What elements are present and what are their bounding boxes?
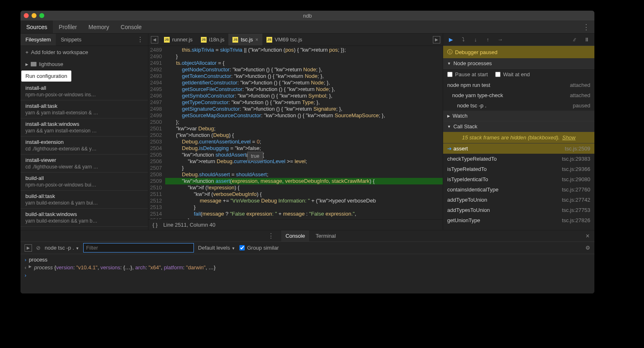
pause-exceptions-icon[interactable]: ⏸ (583, 36, 590, 43)
js-file-icon: JS (266, 37, 272, 43)
navigator-toggle-right-icon[interactable]: ▶ (433, 36, 440, 43)
sidebar-tab-filesystem[interactable]: Filesystem (20, 34, 56, 45)
frame-location: tsc.js:27760 (562, 187, 590, 193)
stack-frame[interactable]: ➔asserttsc.js:2509 (443, 143, 594, 154)
console-sidebar-toggle-icon[interactable]: ▶ (25, 244, 32, 252)
run-name: build-all (25, 175, 143, 181)
process-label: node yarn type-check (452, 92, 503, 98)
file-tab[interactable]: JSVM69 tsc.js (262, 34, 306, 45)
line-number-gutter: 2489249024912492249324942495249624972498… (148, 46, 165, 219)
run-name: install-extension (25, 139, 143, 145)
file-tabs: ◀ JSrunner.jsJSi18n.jsJStsc.js×JSVM69 ts… (148, 34, 443, 46)
step-icon[interactable]: → (496, 36, 504, 43)
drawer-tab-terminal[interactable]: Terminal (312, 230, 340, 241)
chevron-right-icon: ▶ (447, 114, 450, 118)
frame-location: tsc.js:27742 (562, 197, 590, 203)
sidebar-tab-snippets[interactable]: Snippets (56, 34, 86, 45)
pretty-print-icon[interactable]: { } (152, 222, 157, 228)
log-levels-selector[interactable]: Default levels ▼ (198, 245, 235, 251)
close-window-button[interactable] (24, 13, 29, 18)
console-settings-icon[interactable]: ⚙ (585, 245, 590, 251)
navigator-toggle-icon[interactable]: ◀ (151, 36, 158, 43)
file-tab[interactable]: JSrunner.js (160, 34, 197, 45)
code-line: } (165, 53, 443, 60)
wait-at-end-checkbox[interactable]: Wait at end (495, 71, 530, 77)
main-menu-icon[interactable]: ⋮ (578, 23, 594, 32)
show-blackboxed-link[interactable]: Show (562, 134, 576, 141)
code-editor[interactable]: 2489249024912492249324942495249624972498… (148, 46, 443, 219)
file-tab-label: runner.js (172, 36, 193, 43)
node-processes-header[interactable]: ▼ Node processes (443, 58, 594, 69)
group-similar-checkbox[interactable]: Group similar (239, 245, 279, 251)
run-config-item[interactable]: install-viewercd ./lighthouse-viewer && … (20, 155, 148, 173)
code-line: "kw">function shouldAssert(level) { (165, 152, 443, 158)
context-selector[interactable]: node tsc -p . ▼ (45, 245, 79, 251)
app-window: ndb Sources Profiler Memory Console ⋮ Fi… (20, 11, 594, 293)
frame-function: getUnionType (447, 217, 480, 223)
tab-console[interactable]: Console (115, 20, 147, 33)
call-stack-list: ➔asserttsc.js:2509checkTypeRelatedTotsc.… (443, 143, 594, 230)
tab-sources[interactable]: Sources (20, 20, 53, 33)
stack-frame[interactable]: addTypeToUniontsc.js:27742 (443, 195, 594, 205)
console-output[interactable]: ›process ‹▶process {version: "v10.4.1", … (20, 254, 594, 293)
node-process-row[interactable]: node yarn type-checkattached (443, 90, 594, 100)
stack-frame[interactable]: checkTypeRelatedTotsc.js:29383 (443, 154, 594, 164)
banner-text: Debugger paused (455, 49, 497, 55)
zoom-window-button[interactable] (39, 13, 44, 18)
tab-memory[interactable]: Memory (83, 20, 115, 33)
clear-console-icon[interactable]: ⊘ (36, 245, 41, 251)
stack-frame[interactable]: getUnionTypetsc.js:27826 (443, 215, 594, 225)
stack-frame[interactable]: containsIdenticalTypetsc.js:27760 (443, 184, 594, 195)
stack-frame[interactable]: addTypesToUniontsc.js:27753 (443, 205, 594, 215)
expand-icon[interactable]: ▶ (29, 264, 32, 271)
run-config-item[interactable]: build-all:task:windowsyarn build-extensi… (20, 209, 148, 227)
drawer-menu-icon[interactable]: ⋮ (264, 232, 279, 240)
run-cmd: yarn && yarn install-extension … (25, 128, 143, 134)
run-name: build-all:task:windows (25, 211, 143, 217)
add-folder-button[interactable]: + Add folder to workspace (20, 46, 148, 59)
code-line: "kw">if (verboseDebugInfo) { (165, 191, 443, 198)
node-process-row[interactable]: node tsc -p .paused (443, 100, 594, 111)
debugger-pane: ▶ ⤵ ↓ ↑ → ⫽ ⏸ ⓘ Debugger paused ▼ Node p… (443, 34, 594, 230)
step-out-icon[interactable]: ↑ (484, 36, 492, 43)
frame-function: containsIdenticalType (447, 187, 498, 193)
file-tab[interactable]: JSi18n.js (197, 34, 229, 45)
sidebar-menu-icon[interactable]: ⋮ (133, 36, 148, 43)
console-filter-input[interactable] (83, 243, 194, 252)
process-status: attached (570, 82, 590, 88)
folder-lighthouse[interactable]: ▶ lighthouse (20, 59, 148, 70)
run-config-item[interactable]: build-extensioncd ./lighthouse-extension… (20, 227, 148, 230)
call-stack-header[interactable]: ▼ Call Stack (443, 121, 594, 132)
code-content: this.skipTrivia = skipTrivia || ("kw">fu… (165, 46, 443, 219)
file-tab[interactable]: JStsc.js× (228, 34, 262, 45)
pause-at-start-checkbox[interactable]: Pause at start (447, 71, 488, 77)
run-config-item[interactable]: install-allnpm-run-posix-or-windows ins… (20, 82, 148, 100)
stack-frame[interactable]: isTypeRelatedTotsc.js:29366 (443, 164, 594, 174)
console-drawer: ⋮ Console Terminal × ▶ ⊘ node tsc -p . ▼… (20, 230, 594, 293)
run-cmd: yarn build-extension & yarn bui… (25, 200, 143, 206)
close-drawer-icon[interactable]: × (583, 232, 592, 240)
run-config-item[interactable]: install-all:taskyarn & yarn install-exte… (20, 100, 148, 118)
run-config-item[interactable]: install-all:task:windowsyarn && yarn ins… (20, 118, 148, 136)
run-config-item[interactable]: build-allnpm-run-posix-or-windows bui… (20, 173, 148, 191)
resume-icon[interactable]: ▶ (447, 36, 455, 43)
value-tooltip: true (247, 152, 263, 161)
watch-header[interactable]: ▶ Watch (443, 111, 594, 121)
minimize-window-button[interactable] (32, 13, 36, 18)
add-folder-label: Add folder to workspace (31, 49, 88, 55)
run-config-item[interactable]: build-all:taskyarn build-extension & yar… (20, 191, 148, 209)
run-cmd: yarn build-extension && yarn b… (25, 218, 143, 224)
code-line: ("kw">function (Debug) { (165, 132, 443, 139)
step-into-icon[interactable]: ↓ (472, 36, 479, 43)
step-over-icon[interactable]: ⤵ (460, 36, 467, 43)
process-label: node npm run test (447, 82, 490, 88)
tab-profiler[interactable]: Profiler (53, 20, 82, 33)
deactivate-breakpoints-icon[interactable]: ⫽ (571, 36, 578, 43)
frame-location: tsc.js:27753 (562, 207, 590, 213)
close-tab-icon[interactable]: × (255, 37, 258, 43)
node-process-row[interactable]: node npm run testattached (443, 80, 594, 90)
js-file-icon: JS (232, 37, 238, 43)
stack-frame[interactable]: isTypeIdenticalTotsc.js:29080 (443, 174, 594, 184)
drawer-tab-console[interactable]: Console (281, 230, 309, 241)
run-config-item[interactable]: install-extensioncd ./lighthouse-extensi… (20, 136, 148, 155)
